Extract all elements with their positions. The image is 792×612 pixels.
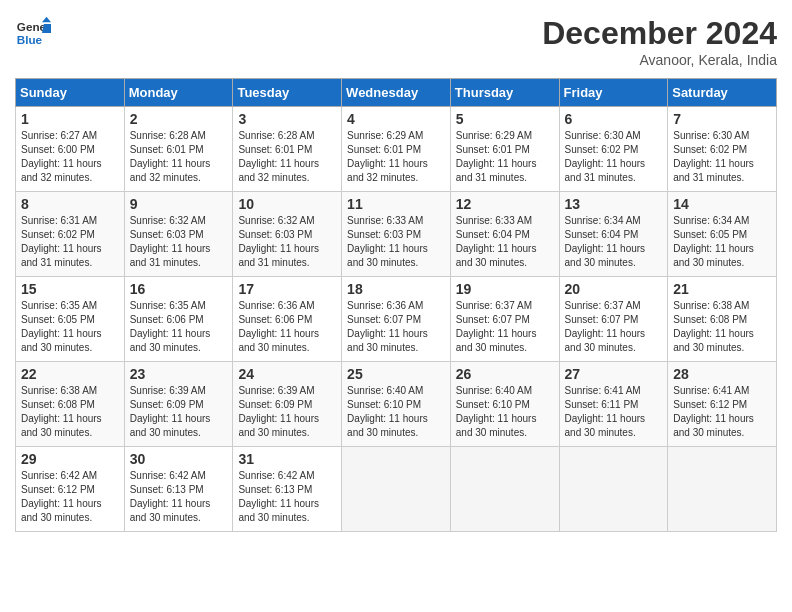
day-info: Sunrise: 6:40 AMSunset: 6:10 PMDaylight:…	[347, 384, 445, 440]
calendar-cell	[559, 447, 668, 532]
weekday-header-saturday: Saturday	[668, 79, 777, 107]
day-number: 12	[456, 196, 554, 212]
calendar-cell: 14Sunrise: 6:34 AMSunset: 6:05 PMDayligh…	[668, 192, 777, 277]
day-info: Sunrise: 6:32 AMSunset: 6:03 PMDaylight:…	[238, 214, 336, 270]
day-number: 15	[21, 281, 119, 297]
calendar-cell: 27Sunrise: 6:41 AMSunset: 6:11 PMDayligh…	[559, 362, 668, 447]
calendar-cell: 16Sunrise: 6:35 AMSunset: 6:06 PMDayligh…	[124, 277, 233, 362]
day-number: 7	[673, 111, 771, 127]
svg-text:Blue: Blue	[17, 33, 43, 46]
day-number: 5	[456, 111, 554, 127]
day-number: 26	[456, 366, 554, 382]
day-number: 31	[238, 451, 336, 467]
day-info: Sunrise: 6:28 AMSunset: 6:01 PMDaylight:…	[238, 129, 336, 185]
day-number: 29	[21, 451, 119, 467]
calendar-cell: 25Sunrise: 6:40 AMSunset: 6:10 PMDayligh…	[342, 362, 451, 447]
calendar-cell: 9Sunrise: 6:32 AMSunset: 6:03 PMDaylight…	[124, 192, 233, 277]
day-info: Sunrise: 6:35 AMSunset: 6:06 PMDaylight:…	[130, 299, 228, 355]
calendar-cell: 6Sunrise: 6:30 AMSunset: 6:02 PMDaylight…	[559, 107, 668, 192]
day-number: 25	[347, 366, 445, 382]
day-number: 1	[21, 111, 119, 127]
day-number: 13	[565, 196, 663, 212]
calendar-week-row: 1Sunrise: 6:27 AMSunset: 6:00 PMDaylight…	[16, 107, 777, 192]
calendar-week-row: 8Sunrise: 6:31 AMSunset: 6:02 PMDaylight…	[16, 192, 777, 277]
calendar-cell: 22Sunrise: 6:38 AMSunset: 6:08 PMDayligh…	[16, 362, 125, 447]
day-info: Sunrise: 6:38 AMSunset: 6:08 PMDaylight:…	[21, 384, 119, 440]
day-info: Sunrise: 6:42 AMSunset: 6:12 PMDaylight:…	[21, 469, 119, 525]
calendar-week-row: 29Sunrise: 6:42 AMSunset: 6:12 PMDayligh…	[16, 447, 777, 532]
day-number: 19	[456, 281, 554, 297]
day-number: 22	[21, 366, 119, 382]
calendar-cell: 17Sunrise: 6:36 AMSunset: 6:06 PMDayligh…	[233, 277, 342, 362]
calendar-cell: 23Sunrise: 6:39 AMSunset: 6:09 PMDayligh…	[124, 362, 233, 447]
day-info: Sunrise: 6:38 AMSunset: 6:08 PMDaylight:…	[673, 299, 771, 355]
day-info: Sunrise: 6:32 AMSunset: 6:03 PMDaylight:…	[130, 214, 228, 270]
day-number: 9	[130, 196, 228, 212]
calendar-table: SundayMondayTuesdayWednesdayThursdayFrid…	[15, 78, 777, 532]
day-info: Sunrise: 6:29 AMSunset: 6:01 PMDaylight:…	[347, 129, 445, 185]
calendar-cell: 30Sunrise: 6:42 AMSunset: 6:13 PMDayligh…	[124, 447, 233, 532]
calendar-cell: 10Sunrise: 6:32 AMSunset: 6:03 PMDayligh…	[233, 192, 342, 277]
day-number: 10	[238, 196, 336, 212]
calendar-cell: 12Sunrise: 6:33 AMSunset: 6:04 PMDayligh…	[450, 192, 559, 277]
calendar-cell: 15Sunrise: 6:35 AMSunset: 6:05 PMDayligh…	[16, 277, 125, 362]
day-number: 3	[238, 111, 336, 127]
weekday-header-tuesday: Tuesday	[233, 79, 342, 107]
day-info: Sunrise: 6:27 AMSunset: 6:00 PMDaylight:…	[21, 129, 119, 185]
day-info: Sunrise: 6:42 AMSunset: 6:13 PMDaylight:…	[130, 469, 228, 525]
day-number: 24	[238, 366, 336, 382]
day-info: Sunrise: 6:41 AMSunset: 6:12 PMDaylight:…	[673, 384, 771, 440]
calendar-cell: 19Sunrise: 6:37 AMSunset: 6:07 PMDayligh…	[450, 277, 559, 362]
weekday-header-sunday: Sunday	[16, 79, 125, 107]
logo: General Blue	[15, 15, 51, 51]
day-number: 2	[130, 111, 228, 127]
weekday-header-row: SundayMondayTuesdayWednesdayThursdayFrid…	[16, 79, 777, 107]
calendar-cell: 8Sunrise: 6:31 AMSunset: 6:02 PMDaylight…	[16, 192, 125, 277]
day-number: 6	[565, 111, 663, 127]
weekday-header-wednesday: Wednesday	[342, 79, 451, 107]
day-info: Sunrise: 6:29 AMSunset: 6:01 PMDaylight:…	[456, 129, 554, 185]
day-number: 8	[21, 196, 119, 212]
day-info: Sunrise: 6:42 AMSunset: 6:13 PMDaylight:…	[238, 469, 336, 525]
day-info: Sunrise: 6:33 AMSunset: 6:03 PMDaylight:…	[347, 214, 445, 270]
day-info: Sunrise: 6:31 AMSunset: 6:02 PMDaylight:…	[21, 214, 119, 270]
calendar-cell: 11Sunrise: 6:33 AMSunset: 6:03 PMDayligh…	[342, 192, 451, 277]
calendar-cell: 7Sunrise: 6:30 AMSunset: 6:02 PMDaylight…	[668, 107, 777, 192]
calendar-week-row: 15Sunrise: 6:35 AMSunset: 6:05 PMDayligh…	[16, 277, 777, 362]
weekday-header-thursday: Thursday	[450, 79, 559, 107]
day-info: Sunrise: 6:39 AMSunset: 6:09 PMDaylight:…	[238, 384, 336, 440]
month-year-title: December 2024	[542, 15, 777, 52]
page-header: General Blue December 2024 Avanoor, Kera…	[15, 15, 777, 68]
day-number: 20	[565, 281, 663, 297]
calendar-cell: 4Sunrise: 6:29 AMSunset: 6:01 PMDaylight…	[342, 107, 451, 192]
calendar-cell	[342, 447, 451, 532]
day-number: 18	[347, 281, 445, 297]
weekday-header-monday: Monday	[124, 79, 233, 107]
calendar-cell: 20Sunrise: 6:37 AMSunset: 6:07 PMDayligh…	[559, 277, 668, 362]
location-subtitle: Avanoor, Kerala, India	[542, 52, 777, 68]
day-info: Sunrise: 6:34 AMSunset: 6:05 PMDaylight:…	[673, 214, 771, 270]
day-info: Sunrise: 6:28 AMSunset: 6:01 PMDaylight:…	[130, 129, 228, 185]
day-number: 14	[673, 196, 771, 212]
weekday-header-friday: Friday	[559, 79, 668, 107]
day-info: Sunrise: 6:35 AMSunset: 6:05 PMDaylight:…	[21, 299, 119, 355]
day-info: Sunrise: 6:39 AMSunset: 6:09 PMDaylight:…	[130, 384, 228, 440]
calendar-cell: 29Sunrise: 6:42 AMSunset: 6:12 PMDayligh…	[16, 447, 125, 532]
day-number: 23	[130, 366, 228, 382]
day-info: Sunrise: 6:34 AMSunset: 6:04 PMDaylight:…	[565, 214, 663, 270]
calendar-cell: 5Sunrise: 6:29 AMSunset: 6:01 PMDaylight…	[450, 107, 559, 192]
day-info: Sunrise: 6:37 AMSunset: 6:07 PMDaylight:…	[456, 299, 554, 355]
calendar-week-row: 22Sunrise: 6:38 AMSunset: 6:08 PMDayligh…	[16, 362, 777, 447]
day-info: Sunrise: 6:33 AMSunset: 6:04 PMDaylight:…	[456, 214, 554, 270]
day-number: 11	[347, 196, 445, 212]
day-info: Sunrise: 6:30 AMSunset: 6:02 PMDaylight:…	[565, 129, 663, 185]
day-info: Sunrise: 6:30 AMSunset: 6:02 PMDaylight:…	[673, 129, 771, 185]
day-number: 17	[238, 281, 336, 297]
calendar-cell	[450, 447, 559, 532]
calendar-cell: 2Sunrise: 6:28 AMSunset: 6:01 PMDaylight…	[124, 107, 233, 192]
calendar-cell: 1Sunrise: 6:27 AMSunset: 6:00 PMDaylight…	[16, 107, 125, 192]
day-info: Sunrise: 6:37 AMSunset: 6:07 PMDaylight:…	[565, 299, 663, 355]
logo-icon: General Blue	[15, 15, 51, 51]
calendar-cell: 3Sunrise: 6:28 AMSunset: 6:01 PMDaylight…	[233, 107, 342, 192]
calendar-cell: 24Sunrise: 6:39 AMSunset: 6:09 PMDayligh…	[233, 362, 342, 447]
